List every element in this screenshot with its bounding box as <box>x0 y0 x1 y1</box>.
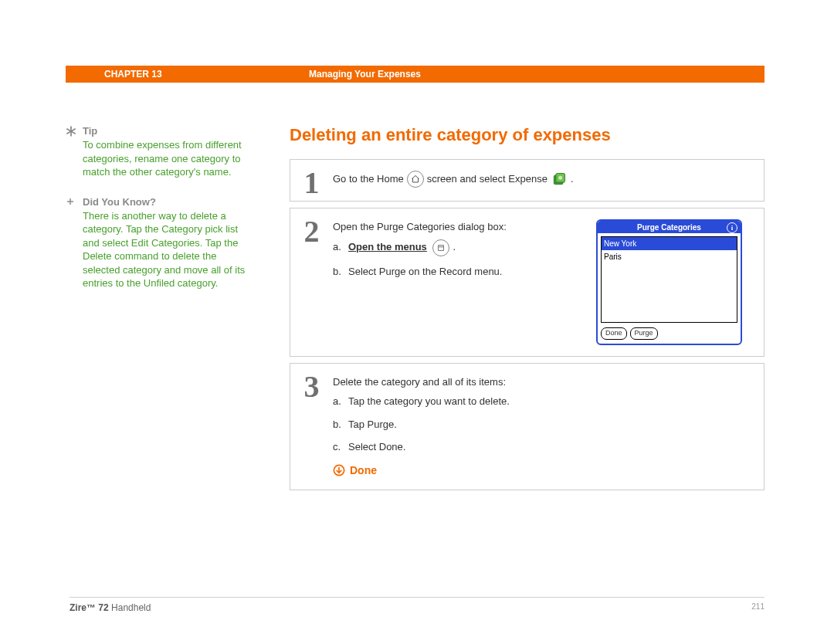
step3-item-a: a. Tap the category you want to delete. <box>333 394 750 409</box>
tip-label: Tip <box>83 125 97 137</box>
dyk-label: Did You Know? <box>83 196 156 208</box>
dialog-title: Purge Categories <box>637 222 701 233</box>
home-icon <box>407 171 424 188</box>
dyk-body: There is another way to delete a categor… <box>66 209 290 290</box>
product-name: Zire™ 72 Handheld <box>70 602 151 613</box>
product-rest: Handheld <box>109 602 151 613</box>
list-item[interactable]: New York <box>602 237 737 250</box>
step-1: 1 Go to the Home screen and <box>290 159 764 202</box>
chapter-label: CHAPTER 13 <box>66 69 309 80</box>
expense-icon <box>551 171 568 187</box>
purge-button[interactable]: Purge <box>630 327 658 340</box>
done-arrow-icon <box>333 464 345 476</box>
step-number: 3 <box>290 364 333 490</box>
dyk-heading: Did You Know? <box>66 196 290 208</box>
step3-a-text: Tap the category you want to delete. <box>348 394 750 409</box>
done-button[interactable]: Done <box>601 327 627 340</box>
step-number: 2 <box>290 208 333 356</box>
step-number: 1 <box>290 160 333 201</box>
footer: Zire™ 72 Handheld 211 <box>70 597 764 613</box>
step2-item-b: b. Select Purge on the Record menu. <box>333 264 581 280</box>
category-list[interactable]: New York Paris <box>601 236 737 323</box>
step-1-text: Go to the Home screen and select Expense <box>333 171 750 188</box>
tip-body: To combine expenses from different categ… <box>66 138 290 179</box>
step2-item-a: a. Open the menus <box>333 239 581 256</box>
asterisk-icon <box>66 126 76 137</box>
step-2: 2 Open the Purge Categories dialog box: … <box>290 208 764 357</box>
tip-heading: Tip <box>66 125 290 137</box>
page-number: 211 <box>751 602 764 613</box>
list-letter: b. <box>333 264 348 280</box>
tip-block: Tip To combine expenses from different c… <box>66 125 290 179</box>
step2-b-text: Select Purge on the Record menu. <box>348 264 581 280</box>
header-title: Managing Your Expenses <box>309 69 421 80</box>
step-3: 3 Delete the category and all of its ite… <box>290 363 764 490</box>
section-title: Deleting an entire category of expenses <box>290 125 764 145</box>
step3-intro: Delete the category and all of its items… <box>333 375 750 390</box>
list-letter: b. <box>333 417 348 432</box>
step1-mid: screen and select Expense <box>427 171 548 187</box>
product-bold: Zire™ 72 <box>70 602 109 613</box>
header-bar: CHAPTER 13 Managing Your Expenses <box>66 66 764 83</box>
done-label: Done <box>350 463 377 479</box>
list-letter: a. <box>333 239 348 256</box>
info-icon[interactable]: i <box>727 222 737 233</box>
plus-icon <box>66 197 75 206</box>
done-indicator: Done <box>333 463 750 479</box>
dialog-titlebar: Purge Categories i <box>598 221 741 233</box>
menu-icon <box>432 239 449 256</box>
list-item[interactable]: Paris <box>602 250 737 263</box>
step2-intro: Open the Purge Categories dialog box: <box>333 219 581 235</box>
step3-b-text: Tap Purge. <box>348 417 750 432</box>
svg-rect-8 <box>439 245 444 250</box>
step3-item-b: b. Tap Purge. <box>333 417 750 432</box>
open-menus-link[interactable]: Open the menus <box>348 241 427 253</box>
purge-categories-dialog: Purge Categories i New York Paris Done P… <box>596 219 742 345</box>
step2-a-post: . <box>453 241 456 253</box>
sidebar: Tip To combine expenses from different c… <box>66 125 290 497</box>
step3-item-c: c. Select Done. <box>333 439 750 455</box>
step1-post: . <box>571 171 574 187</box>
list-letter: c. <box>333 439 348 455</box>
did-you-know-block: Did You Know? There is another way to de… <box>66 196 290 290</box>
svg-point-7 <box>558 176 562 180</box>
step1-pre: Go to the Home <box>333 171 404 187</box>
list-letter: a. <box>333 394 348 409</box>
step3-c-text: Select Done. <box>348 439 750 455</box>
